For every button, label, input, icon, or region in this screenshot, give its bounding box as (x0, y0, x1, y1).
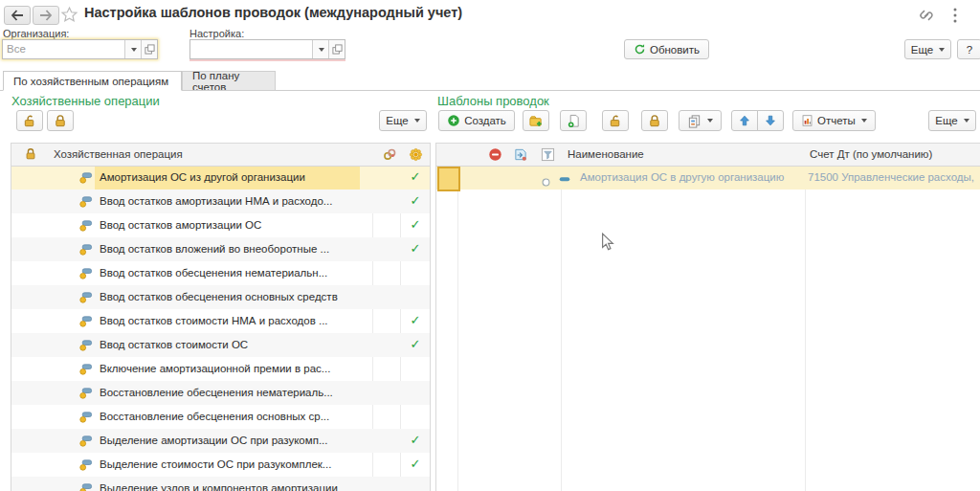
operation-name: Ввод остатков стоимости НМА и расходов .… (100, 315, 328, 326)
operation-name: Ввод остатков амортизации НМА и расходо.… (100, 195, 332, 207)
catalog-item-icon (78, 434, 93, 452)
more-button-left-panel[interactable]: Еще (379, 110, 427, 131)
back-button[interactable] (4, 6, 31, 25)
operation-name: Восстановление обесценения основных ср..… (100, 411, 329, 422)
setting-value (190, 40, 312, 58)
table-row[interactable]: Выделение узлов и компонентов амортизаци… (11, 477, 430, 491)
column-divider (805, 144, 806, 491)
choose-list-icon (145, 44, 155, 55)
column-header-operation[interactable]: Хозяйственная операция (54, 148, 183, 160)
dropdown-button[interactable] (312, 40, 328, 58)
chevron-down-icon (861, 119, 867, 123)
catalog-item-icon (78, 386, 93, 404)
help-button[interactable]: ? (957, 39, 980, 59)
organization-label: Организация: (3, 28, 69, 39)
column-header-name[interactable]: Наименование (568, 148, 644, 160)
configured-check-icon: ✓ (405, 169, 426, 184)
tab-label: По плану счетов (192, 70, 265, 93)
choose-button[interactable] (328, 40, 345, 58)
catalog-item-icon (78, 314, 93, 332)
auto-template-column-icon[interactable] (513, 147, 528, 166)
back-arrow-icon (11, 10, 24, 21)
catalog-item-icon (78, 194, 93, 212)
more-button-top[interactable]: Еще (904, 39, 951, 59)
more-label: Еще (386, 115, 408, 126)
table-row[interactable]: Ввод остатков стоимости ОС ✓ (11, 333, 430, 357)
operation-name: Восстановление обесценения нематериаль..… (100, 387, 333, 398)
setting-combobox[interactable] (189, 39, 345, 59)
arrow-down-icon (764, 114, 777, 127)
unlock-button-left[interactable] (16, 110, 43, 131)
more-label: Еще (911, 44, 933, 56)
catalog-item-icon (78, 362, 93, 380)
table-row[interactable]: Ввод остатков амортизации НМА и расходо.… (11, 190, 430, 213)
configured-check-icon: ✓ (405, 457, 426, 471)
operation-name: Ввод остатков обесценения нематериальн..… (100, 267, 327, 279)
report-document-icon (801, 114, 813, 127)
create-group-button[interactable] (523, 110, 549, 131)
table-row[interactable]: Восстановление обесценения нематериаль..… (11, 381, 430, 405)
disabled-flag-column-icon[interactable] (488, 147, 502, 166)
table-row[interactable]: Ввод остатков стоимости НМА и расходов .… (11, 309, 430, 333)
choose-list-icon (332, 44, 343, 55)
unlock-icon (22, 114, 37, 128)
lock-button-left[interactable] (47, 110, 74, 131)
refresh-button[interactable]: Обновить (624, 39, 709, 59)
tab-by-chart-of-accounts[interactable]: По плану счетов (182, 71, 276, 91)
create-button[interactable]: Создать (438, 110, 515, 131)
catalog-item-icon (78, 218, 93, 236)
table-row[interactable]: Ввод остатков амортизации ОС ✓ (11, 213, 430, 237)
configured-check-icon: ✓ (405, 193, 426, 208)
unlock-button-right[interactable] (602, 110, 629, 131)
posting-templates-table: Наименование Счет Дт (по умолчанию) Амор… (435, 143, 980, 491)
star-icon[interactable] (60, 6, 78, 28)
forward-button[interactable] (33, 6, 59, 25)
lock-column-icon[interactable] (24, 147, 37, 165)
mouse-cursor (601, 233, 615, 256)
table-row[interactable]: Включение амортизационной премии в рас..… (11, 357, 430, 381)
access-keys-column-icon[interactable] (382, 147, 397, 166)
table-row[interactable]: Ввод остатков обесценения нематериальн..… (11, 261, 430, 285)
table-row[interactable]: Ввод остатков обесценения основных средс… (11, 285, 430, 309)
tab-label: По хозяйственным операциям (13, 76, 168, 87)
reports-label: Отчеты (817, 115, 856, 126)
forward-arrow-icon (39, 10, 53, 21)
help-label: ? (967, 44, 972, 56)
add-plus-icon (447, 114, 460, 127)
configured-check-icon: ✓ (405, 337, 426, 351)
table-row[interactable]: Амортизация ОС в другую организацию 7150… (436, 166, 980, 190)
move-down-button[interactable] (757, 110, 784, 131)
copy-menu-button[interactable] (679, 110, 722, 131)
create-by-template-button[interactable] (560, 110, 587, 131)
table-header: Наименование Счет Дт (по умолчанию) (436, 144, 980, 167)
filter-column-icon[interactable] (541, 147, 555, 166)
dropdown-button[interactable] (124, 40, 141, 58)
link-icon[interactable] (918, 8, 935, 27)
lock-button-right[interactable] (641, 110, 668, 131)
current-cell-marker (437, 167, 460, 191)
chevron-down-icon (964, 119, 969, 123)
table-row[interactable]: Восстановление обесценения основных ср..… (11, 405, 430, 429)
vertical-ellipsis-icon[interactable] (948, 6, 962, 29)
operation-name: Ввод остатков обесценения основных средс… (100, 291, 338, 302)
table-row[interactable]: Выделение амортизации ОС при разукомп...… (11, 429, 430, 453)
settings-flower-column-icon[interactable] (409, 147, 423, 166)
operation-name: Выделение амортизации ОС при разукомп... (100, 435, 327, 446)
table-row[interactable]: Ввод остатков вложений во внеоборотные .… (11, 237, 430, 261)
reports-button[interactable]: Отчеты (792, 110, 876, 131)
choose-button[interactable] (141, 40, 157, 58)
table-row[interactable]: Амортизация ОС из другой организации ✓ (11, 166, 430, 190)
tab-by-business-operations[interactable]: По хозяйственным операциям (3, 71, 182, 91)
table-row[interactable]: Выделение стоимости ОС при разукомплек..… (11, 453, 430, 477)
column-header-debit-account[interactable]: Счет Дт (по умолчанию) (810, 148, 932, 160)
move-up-button[interactable] (731, 110, 758, 131)
chevron-down-icon (707, 119, 713, 123)
lock-icon (53, 114, 68, 128)
templates-list: Амортизация ОС в другую организацию 7150… (436, 166, 980, 190)
chevron-down-icon (939, 48, 945, 52)
create-label: Создать (464, 115, 506, 126)
left-panel-title: Хозяйственные операции (11, 94, 160, 108)
organization-combobox[interactable]: Все (2, 39, 158, 59)
operation-name: Выделение узлов и компонентов амортизаци… (100, 482, 338, 491)
more-button-right-panel[interactable]: Еще (928, 110, 976, 131)
